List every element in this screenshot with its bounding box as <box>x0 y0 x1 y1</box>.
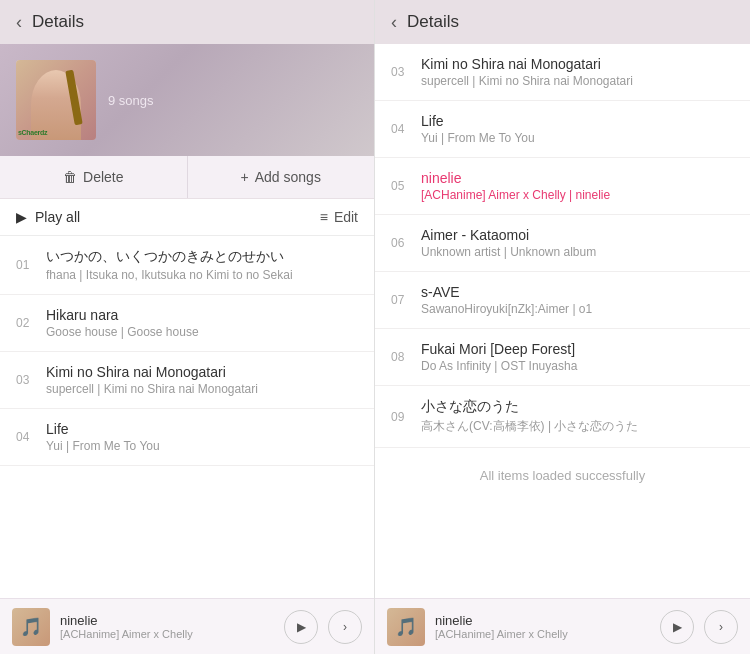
left-player-title: ninelie <box>60 613 284 628</box>
album-art-label: sChaerdz <box>18 129 47 136</box>
right-player-info: ninelie [ACHanime] Aimer x Chelly <box>435 613 660 640</box>
song-number: 04 <box>16 430 38 444</box>
song-info: いつかの、いくつかのきみとのせかい fhana | Itsuka no, Iku… <box>46 248 358 282</box>
edit-label: Edit <box>334 209 358 225</box>
add-songs-button[interactable]: + Add songs <box>188 156 375 198</box>
song-info: Fukai Mori [Deep Forest] Do As Infinity … <box>421 341 734 373</box>
delete-icon: 🗑 <box>63 169 77 185</box>
left-player-info: ninelie [ACHanime] Aimer x Chelly <box>60 613 284 640</box>
song-title: 小さな恋のうた <box>421 398 734 416</box>
album-art: sChaerdz <box>16 60 96 140</box>
song-info: ninelie [ACHanime] Aimer x Chelly | nine… <box>421 170 734 202</box>
right-song-list: 03 Kimi no Shira nai Monogatari supercel… <box>375 44 750 598</box>
song-title: いつかの、いくつかのきみとのせかい <box>46 248 358 266</box>
song-title: s-AVE <box>421 284 734 300</box>
left-player-art: 🎵 <box>12 608 50 646</box>
list-item[interactable]: 08 Fukai Mori [Deep Forest] Do As Infini… <box>375 329 750 386</box>
song-title: Aimer - Kataomoi <box>421 227 734 243</box>
left-bottom-player: 🎵 ninelie [ACHanime] Aimer x Chelly ▶ › <box>0 598 374 654</box>
song-subtitle: Yui | From Me To You <box>421 131 734 145</box>
song-info: s-AVE SawanoHiroyuki[nZk]:Aimer | o1 <box>421 284 734 316</box>
album-info: 9 songs <box>108 91 154 109</box>
list-item[interactable]: 03 Kimi no Shira nai Monogatari supercel… <box>375 44 750 101</box>
left-next-button[interactable]: › <box>328 610 362 644</box>
action-buttons: 🗑 Delete + Add songs <box>0 156 374 199</box>
song-info: Kimi no Shira nai Monogatari supercell |… <box>46 364 358 396</box>
song-subtitle: Do As Infinity | OST Inuyasha <box>421 359 734 373</box>
song-subtitle: Yui | From Me To You <box>46 439 358 453</box>
list-item[interactable]: 03 Kimi no Shira nai Monogatari supercel… <box>0 352 374 409</box>
edit-icon: ≡ <box>320 209 328 225</box>
song-subtitle: Unknown artist | Unknown album <box>421 245 734 259</box>
right-play-button[interactable]: ▶ <box>660 610 694 644</box>
right-back-button[interactable]: ‹ <box>391 12 397 33</box>
song-subtitle: [ACHanime] Aimer x Chelly | ninelie <box>421 188 734 202</box>
song-info: Hikaru nara Goose house | Goose house <box>46 307 358 339</box>
song-title: Fukai Mori [Deep Forest] <box>421 341 734 357</box>
left-song-list: 01 いつかの、いくつかのきみとのせかい fhana | Itsuka no, … <box>0 236 374 598</box>
left-back-button[interactable]: ‹ <box>16 12 22 33</box>
right-player-art: 🎵 <box>387 608 425 646</box>
edit-button[interactable]: ≡ Edit <box>320 209 358 225</box>
list-item[interactable]: 06 Aimer - Kataomoi Unknown artist | Unk… <box>375 215 750 272</box>
song-number: 06 <box>391 236 413 250</box>
play-all-label: Play all <box>35 209 80 225</box>
list-item[interactable]: 05 ninelie [ACHanime] Aimer x Chelly | n… <box>375 158 750 215</box>
song-subtitle: Goose house | Goose house <box>46 325 358 339</box>
add-songs-label: Add songs <box>255 169 321 185</box>
play-all-button[interactable]: ▶ Play all <box>16 209 80 225</box>
list-item[interactable]: 04 Life Yui | From Me To You <box>375 101 750 158</box>
play-all-icon: ▶ <box>16 209 27 225</box>
add-icon: + <box>241 169 249 185</box>
song-title: Kimi no Shira nai Monogatari <box>46 364 358 380</box>
right-page-title: Details <box>407 12 459 32</box>
song-subtitle: fhana | Itsuka no, Ikutsuka no Kimi to n… <box>46 268 358 282</box>
right-player-art-inner: 🎵 <box>387 608 425 646</box>
list-item[interactable]: 04 Life Yui | From Me To You <box>0 409 374 466</box>
right-player-controls: ▶ › <box>660 610 738 644</box>
song-number: 07 <box>391 293 413 307</box>
song-info: Kimi no Shira nai Monogatari supercell |… <box>421 56 734 88</box>
song-subtitle: supercell | Kimi no Shira nai Monogatari <box>46 382 358 396</box>
delete-label: Delete <box>83 169 123 185</box>
song-number: 04 <box>391 122 413 136</box>
left-header: ‹ Details <box>0 0 374 44</box>
song-subtitle: 高木さん(CV:高橋李依) | 小さな恋のうた <box>421 418 734 435</box>
song-title: Life <box>421 113 734 129</box>
left-page-title: Details <box>32 12 84 32</box>
song-number: 08 <box>391 350 413 364</box>
left-play-button[interactable]: ▶ <box>284 610 318 644</box>
song-subtitle: supercell | Kimi no Shira nai Monogatari <box>421 74 734 88</box>
song-number: 09 <box>391 410 413 424</box>
right-player-subtitle: [ACHanime] Aimer x Chelly <box>435 628 660 640</box>
song-title: Life <box>46 421 358 437</box>
list-item[interactable]: 07 s-AVE SawanoHiroyuki[nZk]:Aimer | o1 <box>375 272 750 329</box>
song-info: 小さな恋のうた 高木さん(CV:高橋李依) | 小さな恋のうた <box>421 398 734 435</box>
song-title: Kimi no Shira nai Monogatari <box>421 56 734 72</box>
left-toolbar: ▶ Play all ≡ Edit <box>0 199 374 236</box>
right-bottom-player: 🎵 ninelie [ACHanime] Aimer x Chelly ▶ › <box>375 598 750 654</box>
left-panel: ‹ Details sChaerdz 9 songs 🗑 Delete + Ad… <box>0 0 375 654</box>
list-item[interactable]: 09 小さな恋のうた 高木さん(CV:高橋李依) | 小さな恋のうた <box>375 386 750 448</box>
all-items-loaded: All items loaded successfully <box>375 448 750 503</box>
album-section: sChaerdz 9 songs <box>0 44 374 156</box>
song-subtitle: SawanoHiroyuki[nZk]:Aimer | o1 <box>421 302 734 316</box>
left-player-art-inner: 🎵 <box>12 608 50 646</box>
left-player-controls: ▶ › <box>284 610 362 644</box>
album-song-count: 9 songs <box>108 93 154 108</box>
song-number: 02 <box>16 316 38 330</box>
song-title: ninelie <box>421 170 734 186</box>
left-player-subtitle: [ACHanime] Aimer x Chelly <box>60 628 284 640</box>
list-item[interactable]: 01 いつかの、いくつかのきみとのせかい fhana | Itsuka no, … <box>0 236 374 295</box>
song-info: Aimer - Kataomoi Unknown artist | Unknow… <box>421 227 734 259</box>
song-number: 05 <box>391 179 413 193</box>
right-panel: ‹ Details 03 Kimi no Shira nai Monogatar… <box>375 0 750 654</box>
song-info: Life Yui | From Me To You <box>421 113 734 145</box>
delete-button[interactable]: 🗑 Delete <box>0 156 188 198</box>
list-item[interactable]: 02 Hikaru nara Goose house | Goose house <box>0 295 374 352</box>
right-next-button[interactable]: › <box>704 610 738 644</box>
right-player-title: ninelie <box>435 613 660 628</box>
song-number: 03 <box>16 373 38 387</box>
song-info: Life Yui | From Me To You <box>46 421 358 453</box>
song-number: 01 <box>16 258 38 272</box>
